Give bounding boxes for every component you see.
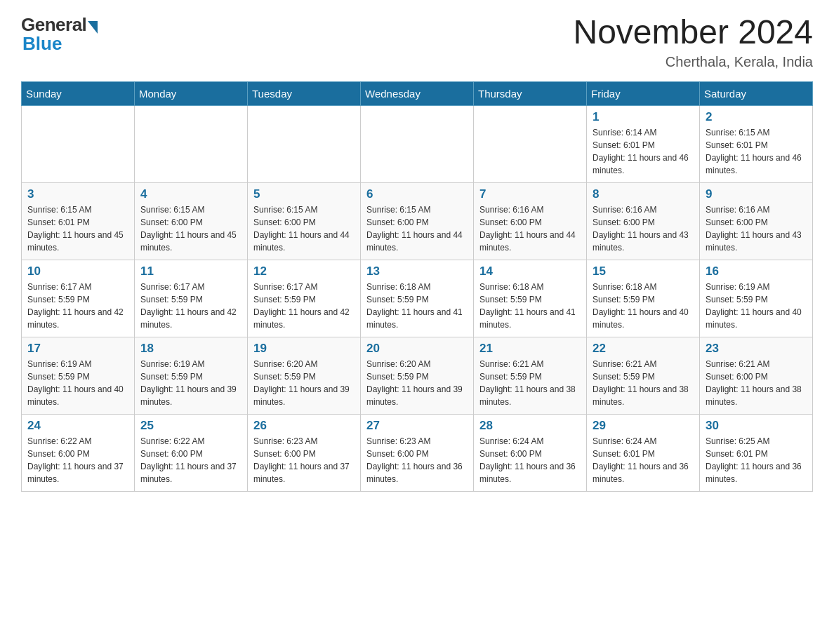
day-info: Sunrise: 6:18 AMSunset: 5:59 PMDaylight:… xyxy=(479,281,581,331)
day-number: 30 xyxy=(706,419,807,433)
calendar-cell: 19Sunrise: 6:20 AMSunset: 5:59 PMDayligh… xyxy=(248,337,361,414)
day-info: Sunrise: 6:23 AMSunset: 6:00 PMDaylight:… xyxy=(366,435,468,485)
day-info: Sunrise: 6:17 AMSunset: 5:59 PMDaylight:… xyxy=(253,281,355,331)
day-number: 28 xyxy=(479,419,581,433)
week-row-3: 10Sunrise: 6:17 AMSunset: 5:59 PMDayligh… xyxy=(22,260,813,337)
calendar-cell xyxy=(361,105,474,182)
day-info: Sunrise: 6:18 AMSunset: 5:59 PMDaylight:… xyxy=(593,281,694,331)
day-info: Sunrise: 6:19 AMSunset: 5:59 PMDaylight:… xyxy=(140,358,241,408)
day-number: 3 xyxy=(27,187,128,201)
calendar-table: SundayMondayTuesdayWednesdayThursdayFrid… xyxy=(21,81,813,492)
day-number: 24 xyxy=(27,419,128,433)
calendar-cell: 25Sunrise: 6:22 AMSunset: 6:00 PMDayligh… xyxy=(135,414,248,491)
day-number: 2 xyxy=(706,110,807,124)
calendar-cell: 6Sunrise: 6:15 AMSunset: 6:00 PMDaylight… xyxy=(361,182,474,260)
day-number: 9 xyxy=(706,187,807,201)
calendar-cell: 30Sunrise: 6:25 AMSunset: 6:01 PMDayligh… xyxy=(700,414,813,491)
calendar-cell xyxy=(248,105,361,182)
day-info: Sunrise: 6:14 AMSunset: 6:01 PMDaylight:… xyxy=(593,126,694,177)
page-header: General Blue November 2024 Cherthala, Ke… xyxy=(21,14,813,70)
day-number: 20 xyxy=(366,342,468,356)
day-info: Sunrise: 6:20 AMSunset: 5:59 PMDaylight:… xyxy=(253,358,355,408)
calendar-cell: 9Sunrise: 6:16 AMSunset: 6:00 PMDaylight… xyxy=(700,182,813,260)
day-number: 7 xyxy=(479,187,581,201)
day-number: 11 xyxy=(140,264,241,279)
week-row-5: 24Sunrise: 6:22 AMSunset: 6:00 PMDayligh… xyxy=(22,414,813,491)
weekday-header-friday: Friday xyxy=(587,81,700,105)
day-number: 16 xyxy=(706,264,807,279)
calendar-cell: 8Sunrise: 6:16 AMSunset: 6:00 PMDaylight… xyxy=(587,182,700,260)
day-number: 13 xyxy=(366,264,468,279)
day-number: 29 xyxy=(593,419,694,433)
weekday-header-thursday: Thursday xyxy=(474,81,587,105)
calendar-cell: 11Sunrise: 6:17 AMSunset: 5:59 PMDayligh… xyxy=(135,260,248,337)
day-info: Sunrise: 6:17 AMSunset: 5:59 PMDaylight:… xyxy=(140,281,241,331)
calendar-cell: 17Sunrise: 6:19 AMSunset: 5:59 PMDayligh… xyxy=(22,337,135,414)
calendar-cell: 16Sunrise: 6:19 AMSunset: 5:59 PMDayligh… xyxy=(700,260,813,337)
day-info: Sunrise: 6:23 AMSunset: 6:00 PMDaylight:… xyxy=(253,435,355,485)
day-number: 21 xyxy=(479,342,581,356)
calendar-cell: 23Sunrise: 6:21 AMSunset: 6:00 PMDayligh… xyxy=(700,337,813,414)
week-row-4: 17Sunrise: 6:19 AMSunset: 5:59 PMDayligh… xyxy=(22,337,813,414)
day-number: 25 xyxy=(140,419,241,433)
day-info: Sunrise: 6:21 AMSunset: 6:00 PMDaylight:… xyxy=(706,358,807,408)
day-number: 5 xyxy=(253,187,355,201)
day-info: Sunrise: 6:15 AMSunset: 6:00 PMDaylight:… xyxy=(253,203,355,254)
day-number: 19 xyxy=(253,342,355,356)
day-number: 12 xyxy=(253,264,355,279)
title-section: November 2024 Cherthala, Kerala, India xyxy=(573,14,813,70)
day-number: 27 xyxy=(366,419,468,433)
day-info: Sunrise: 6:22 AMSunset: 6:00 PMDaylight:… xyxy=(140,435,241,485)
day-info: Sunrise: 6:19 AMSunset: 5:59 PMDaylight:… xyxy=(706,281,807,331)
day-info: Sunrise: 6:15 AMSunset: 6:00 PMDaylight:… xyxy=(366,203,468,254)
calendar-cell: 1Sunrise: 6:14 AMSunset: 6:01 PMDaylight… xyxy=(587,105,700,182)
day-info: Sunrise: 6:24 AMSunset: 6:00 PMDaylight:… xyxy=(479,435,581,485)
day-info: Sunrise: 6:15 AMSunset: 6:01 PMDaylight:… xyxy=(706,126,807,177)
day-number: 23 xyxy=(706,342,807,356)
calendar-cell: 29Sunrise: 6:24 AMSunset: 6:01 PMDayligh… xyxy=(587,414,700,491)
day-number: 15 xyxy=(593,264,694,279)
calendar-cell: 18Sunrise: 6:19 AMSunset: 5:59 PMDayligh… xyxy=(135,337,248,414)
day-info: Sunrise: 6:21 AMSunset: 5:59 PMDaylight:… xyxy=(593,358,694,408)
day-number: 8 xyxy=(593,187,694,201)
day-info: Sunrise: 6:16 AMSunset: 6:00 PMDaylight:… xyxy=(479,203,581,254)
calendar-cell xyxy=(474,105,587,182)
day-number: 10 xyxy=(27,264,128,279)
calendar-cell: 14Sunrise: 6:18 AMSunset: 5:59 PMDayligh… xyxy=(474,260,587,337)
day-info: Sunrise: 6:15 AMSunset: 6:00 PMDaylight:… xyxy=(140,203,241,254)
day-info: Sunrise: 6:16 AMSunset: 6:00 PMDaylight:… xyxy=(706,203,807,254)
calendar-cell: 2Sunrise: 6:15 AMSunset: 6:01 PMDaylight… xyxy=(700,105,813,182)
day-info: Sunrise: 6:19 AMSunset: 5:59 PMDaylight:… xyxy=(27,358,128,408)
month-title: November 2024 xyxy=(573,14,813,51)
day-info: Sunrise: 6:16 AMSunset: 6:00 PMDaylight:… xyxy=(593,203,694,254)
weekday-header-sunday: Sunday xyxy=(22,81,135,105)
calendar-cell: 10Sunrise: 6:17 AMSunset: 5:59 PMDayligh… xyxy=(22,260,135,337)
calendar-cell: 28Sunrise: 6:24 AMSunset: 6:00 PMDayligh… xyxy=(474,414,587,491)
day-info: Sunrise: 6:21 AMSunset: 5:59 PMDaylight:… xyxy=(479,358,581,408)
calendar-cell: 20Sunrise: 6:20 AMSunset: 5:59 PMDayligh… xyxy=(361,337,474,414)
calendar-cell: 7Sunrise: 6:16 AMSunset: 6:00 PMDaylight… xyxy=(474,182,587,260)
calendar-cell: 4Sunrise: 6:15 AMSunset: 6:00 PMDaylight… xyxy=(135,182,248,260)
calendar-cell: 27Sunrise: 6:23 AMSunset: 6:00 PMDayligh… xyxy=(361,414,474,491)
weekday-header-tuesday: Tuesday xyxy=(248,81,361,105)
day-info: Sunrise: 6:18 AMSunset: 5:59 PMDaylight:… xyxy=(366,281,468,331)
day-info: Sunrise: 6:22 AMSunset: 6:00 PMDaylight:… xyxy=(27,435,128,485)
calendar-cell: 13Sunrise: 6:18 AMSunset: 5:59 PMDayligh… xyxy=(361,260,474,337)
logo: General Blue xyxy=(21,14,98,55)
logo-arrow-icon xyxy=(88,21,98,34)
week-row-2: 3Sunrise: 6:15 AMSunset: 6:01 PMDaylight… xyxy=(22,182,813,260)
location-title: Cherthala, Kerala, India xyxy=(573,54,813,70)
day-info: Sunrise: 6:15 AMSunset: 6:01 PMDaylight:… xyxy=(27,203,128,254)
day-number: 26 xyxy=(253,419,355,433)
calendar-cell: 21Sunrise: 6:21 AMSunset: 5:59 PMDayligh… xyxy=(474,337,587,414)
calendar-cell: 5Sunrise: 6:15 AMSunset: 6:00 PMDaylight… xyxy=(248,182,361,260)
calendar-cell xyxy=(22,105,135,182)
day-number: 1 xyxy=(593,110,694,124)
weekday-header-row: SundayMondayTuesdayWednesdayThursdayFrid… xyxy=(22,81,813,105)
day-info: Sunrise: 6:17 AMSunset: 5:59 PMDaylight:… xyxy=(27,281,128,331)
weekday-header-saturday: Saturday xyxy=(700,81,813,105)
day-number: 14 xyxy=(479,264,581,279)
day-number: 4 xyxy=(140,187,241,201)
calendar-cell: 3Sunrise: 6:15 AMSunset: 6:01 PMDaylight… xyxy=(22,182,135,260)
calendar-cell: 12Sunrise: 6:17 AMSunset: 5:59 PMDayligh… xyxy=(248,260,361,337)
